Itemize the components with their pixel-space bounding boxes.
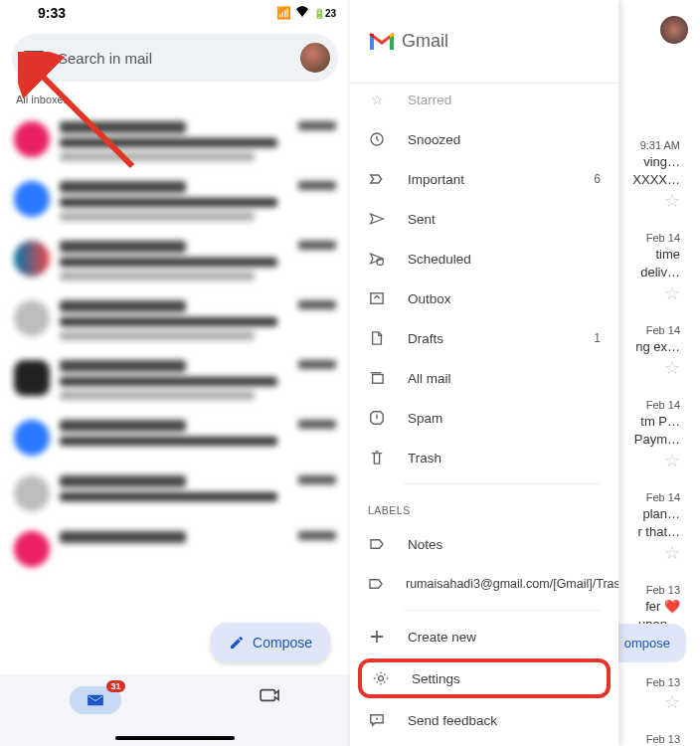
video-icon (260, 686, 281, 704)
sent-icon (368, 210, 386, 228)
search-bar[interactable]: Search in mail (12, 34, 338, 82)
pencil-icon (229, 635, 245, 651)
star-icon: ☆ (368, 91, 386, 108)
drawer-item-all-mail[interactable]: All mail (350, 358, 618, 398)
profile-avatar[interactable] (300, 43, 330, 73)
signal-icon: 📶 (276, 6, 291, 20)
trash-icon (368, 449, 386, 466)
mail-tab[interactable]: 31 (70, 686, 121, 714)
compose-button[interactable]: Compose (211, 623, 330, 662)
profile-avatar[interactable] (660, 16, 688, 44)
status-time: 9:33 (38, 5, 66, 21)
spam-icon (368, 409, 386, 427)
drawer-header: Gmail (350, 0, 618, 84)
mail-icon (87, 693, 104, 707)
svg-rect-5 (373, 375, 384, 384)
plus-icon (368, 628, 386, 646)
feedback-icon (368, 711, 386, 729)
svg-rect-4 (371, 293, 383, 304)
star-icon: ☆ (664, 542, 680, 564)
outbox-icon (368, 289, 386, 307)
unread-badge: 31 (106, 680, 124, 692)
gmail-logo-icon (368, 32, 396, 52)
drawer-item-drafts[interactable]: Drafts 1 (350, 318, 618, 358)
drawer-list[interactable]: ☆ Starred Snoozed Important 6 Sent Sched… (350, 84, 618, 746)
important-icon (368, 170, 386, 188)
right-header-fragment (660, 16, 688, 44)
gmail-brand: Gmail (402, 31, 448, 52)
star-icon: ☆ (664, 190, 680, 212)
mail-list (0, 111, 350, 577)
drawer-item-spam[interactable]: Spam (350, 398, 618, 438)
drawer-send-feedback[interactable]: Send feedback (350, 700, 618, 740)
star-icon: ☆ (664, 691, 680, 713)
search-input[interactable]: Search in mail (58, 50, 286, 67)
drawer-label-custom[interactable]: rumaisahadi3@gmail.com/[Gmail]/Trash (350, 564, 618, 604)
label-icon (368, 535, 386, 553)
all-inboxes-label: All inboxes (0, 90, 350, 111)
clock-icon (368, 130, 386, 148)
compose-button-fragment[interactable]: ompose (609, 624, 686, 662)
drawer-item-outbox[interactable]: Outbox (350, 279, 618, 318)
drawer-label-notes[interactable]: Notes (350, 524, 618, 564)
scheduled-icon (368, 250, 386, 268)
drawer-settings[interactable]: Settings (358, 658, 611, 698)
drafts-icon (368, 329, 386, 347)
drawer-create-label[interactable]: Create new (350, 617, 618, 656)
gear-icon (372, 669, 390, 687)
star-icon: ☆ (664, 282, 680, 304)
drawer-item-sent[interactable]: Sent (350, 199, 618, 239)
divider (404, 483, 601, 484)
meet-tab[interactable] (260, 686, 281, 708)
label-icon (368, 575, 384, 593)
star-icon: ☆ (664, 450, 680, 471)
drawer-item-snoozed[interactable]: Snoozed (350, 119, 618, 159)
navigation-drawer: Gmail ☆ Starred Snoozed Important 6 Sent (350, 0, 618, 746)
allmail-icon (368, 369, 386, 387)
drawer-item-important[interactable]: Important 6 (350, 159, 618, 199)
hamburger-icon[interactable] (24, 51, 44, 65)
status-bar: 9:33 📶 🔋23 (0, 0, 350, 26)
star-icon: ☆ (664, 357, 680, 379)
battery-icon: 🔋23 (313, 8, 336, 19)
drawer-item-scheduled[interactable]: Scheduled (350, 239, 618, 279)
wifi-icon (295, 6, 309, 21)
divider (404, 610, 601, 611)
status-icons: 📶 🔋23 (276, 6, 336, 21)
labels-section-title: LABELS (350, 490, 618, 524)
drawer-item-starred[interactable]: ☆ Starred (350, 84, 618, 119)
svg-point-7 (379, 676, 384, 681)
home-indicator (115, 736, 235, 740)
drawer-item-trash[interactable]: Trash (350, 438, 618, 477)
